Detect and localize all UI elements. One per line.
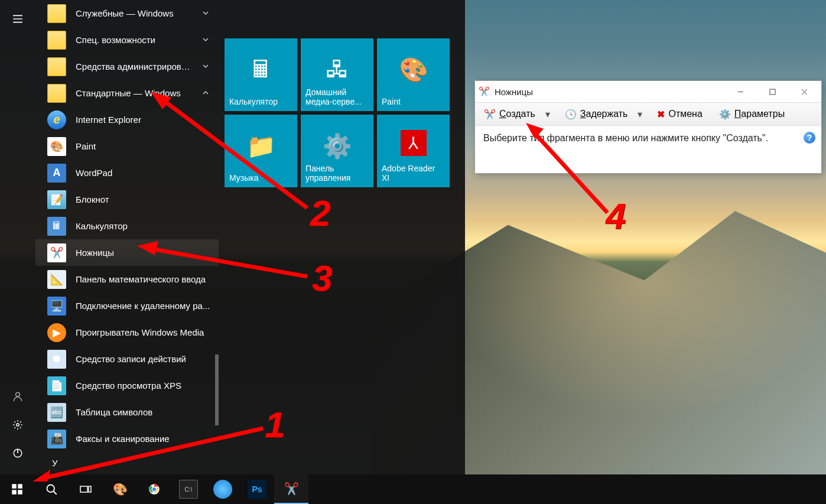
app-steps-recorder[interactable]: ⏺ Средство записи действий: [35, 346, 219, 372]
calculator-icon: 🖩: [47, 217, 66, 236]
gear-icon: ⚙️: [719, 109, 731, 120]
start-menu: Служебные — Windows Спец. возможности Ср…: [0, 0, 465, 474]
chevron-down-icon: [202, 8, 212, 18]
scissors-icon: ✂️: [282, 479, 301, 498]
start-button[interactable]: [0, 474, 34, 504]
app-charmap[interactable]: 🔤 Таблица символов: [35, 399, 219, 425]
steps-recorder-icon: ⏺: [47, 350, 66, 369]
close-button[interactable]: [791, 83, 818, 100]
tile-label: Калькулятор: [229, 97, 292, 106]
app-label: Internet Explorer: [76, 115, 212, 125]
taskbar-app-blue[interactable]: [206, 474, 240, 504]
params-button[interactable]: ⚙️ Параметры: [714, 106, 790, 123]
hamburger-icon[interactable]: [4, 5, 32, 33]
scissors-icon: ✂️: [484, 109, 496, 120]
svg-rect-7: [18, 490, 22, 495]
alpha-header[interactable]: У: [35, 452, 219, 472]
app-math-panel[interactable]: 📐 Панель математического ввода: [35, 266, 219, 292]
svg-rect-9: [80, 486, 87, 492]
app-label: Калькулятор: [76, 221, 212, 231]
app-label: Ножницы: [76, 248, 212, 258]
app-notepad[interactable]: 📝 Блокнот: [35, 186, 219, 213]
app-xps-viewer[interactable]: 📄 Средство просмотра XPS: [35, 372, 219, 399]
app-label: Факсы и сканирование: [76, 434, 212, 444]
folder-spec[interactable]: Спец. возможности: [35, 27, 219, 53]
ie-icon: e: [47, 110, 66, 129]
start-app-list[interactable]: Служебные — Windows Спец. возможности Ср…: [35, 0, 219, 474]
app-snipping-tool[interactable]: ✂️ Ножницы: [35, 239, 219, 266]
tile-label: Музыка: [229, 173, 292, 183]
delay-button[interactable]: 🕓 Задержать: [560, 106, 633, 123]
tile-music[interactable]: 📁 Музыка: [225, 115, 297, 187]
folder-icon: 📁: [246, 132, 276, 160]
button-label: Задержать: [580, 109, 628, 119]
svg-rect-6: [12, 490, 17, 495]
svg-rect-10: [89, 486, 91, 492]
app-label: Подключение к удаленному ра...: [76, 301, 212, 311]
search-button[interactable]: [34, 474, 69, 504]
clock-icon: 🕓: [565, 109, 577, 120]
app-fax-scan[interactable]: 📠 Факсы и сканирование: [35, 425, 219, 452]
app-label: Средство просмотра XPS: [76, 381, 212, 391]
app-label: Проигрыватель Windows Media: [76, 327, 212, 337]
tile-label: Paint: [382, 97, 445, 106]
paint-icon: 🎨: [399, 56, 428, 84]
snipping-tool-window: ✂️ Ножницы ✂️ Создать ▾ 🕓 Задержать ▾ ✖ …: [474, 80, 822, 174]
folder-label: Стандартные — Windows: [76, 88, 193, 98]
taskbar-snipping-tool[interactable]: ✂️: [274, 474, 308, 504]
svg-point-13: [152, 487, 157, 492]
app-internet-explorer[interactable]: e Internet Explorer: [35, 106, 219, 133]
folder-icon: [47, 31, 66, 50]
wmp-icon: ▶: [47, 323, 66, 342]
tile-adobe-reader[interactable]: ⅄ Adobe Reader XI: [377, 115, 450, 187]
tile-paint[interactable]: 🎨 Paint: [377, 38, 450, 111]
start-rail: [0, 0, 35, 474]
folder-sluzhebnye[interactable]: Служебные — Windows: [35, 0, 219, 27]
folder-label: Служебные — Windows: [76, 8, 193, 18]
settings-icon[interactable]: [4, 411, 32, 439]
app-remote-desktop[interactable]: 🖥️ Подключение к удаленному ра...: [35, 292, 219, 319]
app-label: Блокнот: [76, 194, 212, 204]
taskbar-paint[interactable]: 🎨: [103, 474, 137, 504]
taskbar-photoshop[interactable]: Ps: [240, 474, 274, 504]
folder-admin-tools[interactable]: Средства администрировани...: [35, 53, 219, 80]
tile-control-panel[interactable]: ⚙️ Панель управления: [301, 115, 373, 187]
help-icon[interactable]: ?: [804, 132, 815, 144]
folder-standard-windows[interactable]: Стандартные — Windows: [35, 80, 219, 106]
svg-point-0: [16, 392, 20, 396]
button-label: Параметры: [734, 109, 785, 119]
svg-point-8: [47, 485, 55, 493]
cancel-button[interactable]: ✖ Отмена: [652, 106, 707, 123]
create-button[interactable]: ✂️ Создать: [479, 106, 541, 123]
scissors-icon: ✂️: [479, 86, 490, 97]
delay-dropdown[interactable]: ▾: [634, 109, 646, 120]
taskbar-cmd[interactable]: C:\: [171, 474, 206, 504]
app-calculator[interactable]: 🖩 Калькулятор: [35, 213, 219, 239]
tile-media-server[interactable]: 🖧 Домашний медиа-серве...: [301, 38, 373, 111]
tile-label: Домашний медиа-серве...: [305, 87, 369, 106]
chevron-up-icon: [202, 88, 212, 98]
task-view-button[interactable]: [69, 474, 103, 504]
button-label: Отмена: [668, 109, 702, 119]
chrome-icon: [145, 480, 164, 499]
tile-calculator[interactable]: 🖩 Калькулятор: [225, 38, 297, 111]
charmap-icon: 🔤: [47, 403, 66, 422]
snip-body: Выберите тип фрагмента в меню или нажмит…: [475, 126, 821, 151]
app-windows-media-player[interactable]: ▶ Проигрыватель Windows Media: [35, 319, 219, 346]
scrollbar-thumb[interactable]: [215, 355, 219, 425]
app-paint[interactable]: 🎨 Paint: [35, 133, 219, 160]
user-icon[interactable]: [4, 382, 32, 411]
taskbar-chrome[interactable]: [137, 474, 171, 504]
folder-icon: [47, 57, 66, 76]
power-icon[interactable]: [4, 439, 32, 467]
calculator-icon: 🖩: [249, 56, 273, 83]
app-wordpad[interactable]: A WordPad: [35, 160, 219, 186]
start-tiles: 🖩 Калькулятор 🖧 Домашний медиа-серве... …: [219, 0, 465, 474]
minimize-button[interactable]: [727, 83, 754, 100]
svg-point-1: [17, 424, 19, 427]
window-title: Ножницы: [495, 87, 533, 97]
maximize-button[interactable]: [759, 83, 786, 100]
create-dropdown[interactable]: ▾: [542, 109, 554, 120]
adobe-reader-icon: ⅄: [401, 130, 427, 156]
window-titlebar[interactable]: ✂️ Ножницы: [475, 81, 821, 102]
